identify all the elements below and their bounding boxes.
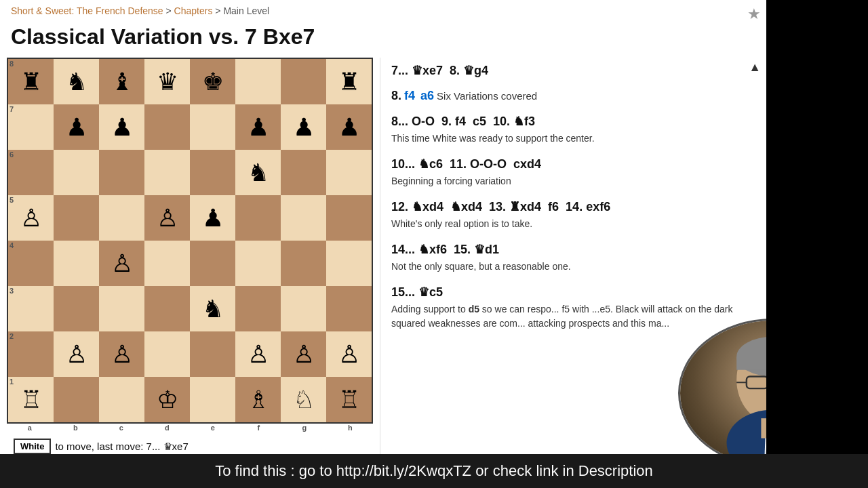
square-g8[interactable] (281, 59, 326, 104)
square-c6[interactable] (99, 150, 144, 195)
square-c4[interactable]: ♙ (99, 241, 144, 286)
square-d1[interactable]: ♔ (144, 377, 190, 422)
breadcrumb-link-2[interactable]: Chapters (174, 5, 213, 16)
file-label-h: h (328, 424, 374, 432)
move-link-f4[interactable]: f4 (404, 89, 415, 103)
content-row: 8♜ ♞ ♝ ♛ ♚ ♜ 7 ♟ ♟ ♟ ♟ (0, 58, 766, 458)
file-label-b: b (53, 424, 99, 432)
square-c5[interactable] (99, 195, 144, 241)
square-b5[interactable] (54, 195, 99, 241)
scroll-top-icon[interactable]: ▲ (749, 60, 761, 75)
move-group-3: 8... O-O 9. f4 c5 10. ♞f3 This time Whit… (391, 114, 755, 146)
square-g7[interactable]: ♟ (281, 104, 326, 150)
page-title: Classical Variation vs. 7 Bxe7 (0, 22, 766, 58)
square-e2[interactable] (190, 331, 235, 377)
breadcrumb: Short & Sweet: The French Defense > Chap… (0, 0, 766, 22)
square-b8[interactable]: ♞ (54, 59, 99, 104)
square-f6[interactable]: ♞ (235, 150, 281, 195)
move-group-5: 12. ♞xd4 ♞xd4 13. ♜xd4 f6 14. exf6 White… (391, 199, 755, 231)
square-c3[interactable] (99, 286, 144, 331)
square-e7[interactable] (190, 104, 235, 150)
square-g5[interactable] (281, 195, 326, 241)
square-c2[interactable]: ♙ (99, 331, 144, 377)
move-heading-5: 12. ♞xd4 ♞xd4 13. ♜xd4 f6 14. exf6 (391, 199, 755, 214)
file-label-a: a (7, 424, 53, 432)
square-d7[interactable] (144, 104, 190, 150)
move-label-6: 14... ♞xf6 15. ♛d1 (391, 242, 499, 257)
square-g2[interactable]: ♙ (281, 331, 326, 377)
square-h7[interactable]: ♟ (326, 104, 372, 150)
square-b6[interactable] (54, 150, 99, 195)
move-suffix-2: Six Variations covered (437, 90, 537, 102)
move-group-2: 8. f4 a6 Six Variations covered (391, 89, 755, 103)
file-label-d: d (144, 424, 191, 432)
square-d3[interactable] (144, 286, 190, 331)
file-label-f: f (236, 424, 282, 432)
square-a6[interactable]: 6 (8, 150, 54, 195)
square-d5[interactable]: ♙ (144, 195, 190, 241)
square-a8[interactable]: 8♜ (8, 59, 54, 104)
square-d2[interactable] (144, 331, 190, 377)
square-f2[interactable]: ♙ (235, 331, 281, 377)
move-group-1: 7... ♛xe7 8. ♛g4 (391, 63, 755, 78)
square-b2[interactable]: ♙ (54, 331, 99, 377)
square-e1[interactable] (190, 377, 235, 422)
square-b1[interactable] (54, 377, 99, 422)
square-a7[interactable]: 7 (8, 104, 54, 150)
square-g6[interactable] (281, 150, 326, 195)
square-f5[interactable] (235, 195, 281, 241)
square-f8[interactable] (235, 59, 281, 104)
square-h1[interactable]: ♖ (326, 377, 372, 422)
breadcrumb-current: Main Level (223, 5, 269, 16)
move-heading-2: 8. f4 a6 Six Variations covered (391, 89, 755, 103)
square-e4[interactable] (190, 241, 235, 286)
square-d4[interactable] (144, 241, 190, 286)
square-h3[interactable] (326, 286, 372, 331)
square-c1[interactable] (99, 377, 144, 422)
move-text-3: This time White was ready to support the… (391, 131, 755, 146)
move-text-5: White's only real option is to take. (391, 217, 755, 231)
square-a5[interactable]: 5♙ (8, 195, 54, 241)
square-b4[interactable] (54, 241, 99, 286)
square-a4[interactable]: 4 (8, 241, 54, 286)
square-a1[interactable]: 1♖ (8, 377, 54, 422)
move-heading-7: 15... ♛c5 (391, 285, 755, 300)
bookmark-icon[interactable]: ★ (747, 5, 761, 23)
board-status-text: to move, last move: 7... ♛xe7 (55, 441, 188, 453)
square-g1[interactable]: ♘ (281, 377, 326, 422)
move-link-a6[interactable]: a6 (420, 89, 434, 103)
square-e6[interactable] (190, 150, 235, 195)
square-a2[interactable]: 2 (8, 331, 54, 377)
chessboard[interactable]: 8♜ ♞ ♝ ♛ ♚ ♜ 7 ♟ ♟ ♟ ♟ (7, 58, 373, 424)
square-g3[interactable] (281, 286, 326, 331)
move-group-7: 15... ♛c5 Adding support to d5 so we can… (391, 285, 755, 331)
square-d6[interactable] (144, 150, 190, 195)
square-a3[interactable]: 3 (8, 286, 54, 331)
square-e5[interactable]: ♟ (190, 195, 235, 241)
move-group-4: 10... ♞c6 11. O-O-O cxd4 Beginning a for… (391, 157, 755, 188)
square-b7[interactable]: ♟ (54, 104, 99, 150)
square-g4[interactable] (281, 241, 326, 286)
square-h6[interactable] (326, 150, 372, 195)
move-label-4: 10... ♞c6 11. O-O-O cxd4 (391, 157, 541, 171)
square-h8[interactable]: ♜ (326, 59, 372, 104)
square-b3[interactable] (54, 286, 99, 331)
move-label-7: 15... ♛c5 (391, 285, 443, 300)
square-c7[interactable]: ♟ (99, 104, 144, 150)
move-heading-4: 10... ♞c6 11. O-O-O cxd4 (391, 157, 755, 171)
square-d8[interactable]: ♛ (144, 59, 190, 104)
file-label-c: c (98, 424, 144, 432)
move-group-6: 14... ♞xf6 15. ♛d1 Not the only square, … (391, 242, 755, 274)
breadcrumb-link-1[interactable]: Short & Sweet: The French Defense (11, 5, 163, 16)
white-badge: White (14, 439, 51, 454)
square-e8[interactable]: ♚ (190, 59, 235, 104)
square-f3[interactable] (235, 286, 281, 331)
square-h4[interactable] (326, 241, 372, 286)
square-f1[interactable]: ♗ (235, 377, 281, 422)
square-f7[interactable]: ♟ (235, 104, 281, 150)
square-h2[interactable]: ♙ (326, 331, 372, 377)
square-f4[interactable] (235, 241, 281, 286)
square-h5[interactable] (326, 195, 372, 241)
square-e3[interactable]: ♞ (190, 286, 235, 331)
square-c8[interactable]: ♝ (99, 59, 144, 104)
